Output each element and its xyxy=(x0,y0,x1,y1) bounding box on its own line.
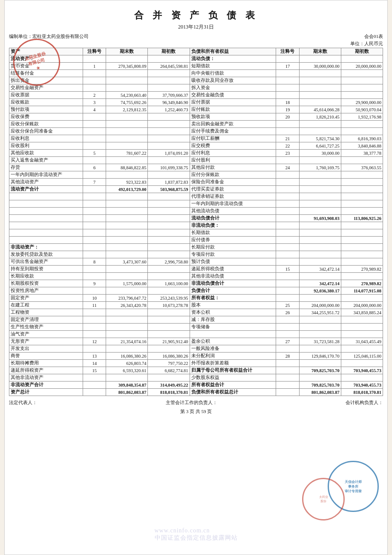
table-row: 可供出售金融资产83,473,307.602,996,758.80预计负债 xyxy=(9,258,383,266)
liab-label: 所有者权益： xyxy=(190,295,276,302)
asset-label: 固定资产 xyxy=(9,295,83,302)
liab-end-amount xyxy=(299,251,341,258)
asset-end-amount xyxy=(106,374,148,382)
red-stamp-bottom-text: 太药业股份 xyxy=(319,495,328,503)
asset-begin-amount: 2,996,758.80 xyxy=(148,258,190,266)
liab-end-amount xyxy=(299,84,341,92)
asset-label xyxy=(9,200,83,208)
table-row: 商誉1316,086,380.2616,086,380.26未分配利润28129… xyxy=(9,353,383,360)
liab-label: 减：库存股 xyxy=(190,316,276,324)
liab-begin-amount: 270,989.82 xyxy=(341,266,383,273)
table-row: 应收票据254,230,663.4037,709,666.37交易性金融负债 xyxy=(9,92,383,99)
table-row: 其他应收款5781,607.221,074,091.20应付利息2330,000… xyxy=(9,150,383,157)
asset-end-amount xyxy=(106,251,148,258)
liab-note xyxy=(276,374,299,382)
liab-begin-amount: 31,043,455.49 xyxy=(341,338,383,345)
asset-label: 开发支出 xyxy=(9,345,83,353)
asset-end-amount: 6,593,320.61 xyxy=(106,367,148,374)
liab-end-amount xyxy=(299,258,341,266)
asset-begin-amount xyxy=(148,55,190,63)
liab-note xyxy=(276,295,299,302)
asset-begin-amount: 1,663,100.00 xyxy=(148,280,190,287)
liab-begin-amount: 376,063.55 xyxy=(341,164,383,171)
liab-note xyxy=(276,258,299,266)
asset-note xyxy=(83,128,106,135)
liab-note xyxy=(276,360,299,367)
liab-note xyxy=(276,229,299,237)
liab-end-amount xyxy=(299,237,341,244)
liab-end-amount xyxy=(299,229,341,237)
asset-end-amount: 88,846,822.85 xyxy=(106,164,148,171)
asset-begin-amount xyxy=(148,77,190,84)
liab-end-amount xyxy=(299,316,341,324)
liab-end-amount: 31,723,581.28 xyxy=(299,338,341,345)
asset-begin-amount: 818,018,370.81 xyxy=(148,389,190,396)
table-row: 发放委托贷款及垫款专项应付款 xyxy=(9,251,383,258)
asset-note: 9 xyxy=(83,280,106,287)
liab-note xyxy=(276,186,299,193)
asset-label: 应收账款 xyxy=(9,99,83,106)
table-row: 应收分保账款卖出回购金融资产款 xyxy=(9,121,383,128)
liab-end-amount: 129,846,170.70 xyxy=(299,353,341,360)
liab-end-amount xyxy=(299,295,341,302)
liab-note: 19 xyxy=(276,106,299,113)
liab-end-amount xyxy=(299,99,341,106)
liab-label: 少数股东权益 xyxy=(190,374,276,382)
asset-end-amount xyxy=(106,135,148,142)
table-row: 应收股利应交税费226,641,727.253,840,846.88 xyxy=(9,142,383,150)
liab-note: 21 xyxy=(276,135,299,142)
page-number: 第 3 页 共 59 页 xyxy=(9,408,383,415)
asset-begin-amount xyxy=(148,345,190,353)
liab-begin-amount: 38,377.78 xyxy=(341,150,383,157)
table-row: 一年内到期的非流动资产应付分保账款 xyxy=(9,171,383,179)
asset-begin-amount: 264,045,598.81 xyxy=(148,63,190,70)
liab-begin-amount: 3,840,846.88 xyxy=(341,142,383,150)
table-row: 投资性房地产负债合计92,036,380.17114,077,915.08 xyxy=(9,287,383,295)
asset-begin-amount xyxy=(148,273,190,280)
asset-end-amount: 781,607.22 xyxy=(106,150,148,157)
liab-label: 代理承销证券款 xyxy=(190,193,276,200)
table-row: 油气资产 xyxy=(9,331,383,338)
liab-end-amount xyxy=(299,186,341,193)
asset-note xyxy=(83,215,106,222)
liab-note xyxy=(276,92,299,99)
asset-end-amount: 1,575,000.00 xyxy=(106,280,148,287)
liab-begin-amount xyxy=(341,258,383,266)
asset-begin-amount: 16,086,380.26 xyxy=(148,353,190,360)
asset-end-amount: 26,343,420.78 xyxy=(106,302,148,309)
asset-end-amount xyxy=(106,113,148,121)
liab-begin-amount xyxy=(341,251,383,258)
liab-begin-amount: 818,018,370.81 xyxy=(341,389,383,396)
liab-label: 预收款项 xyxy=(190,113,276,121)
asset-label: 资产总计 xyxy=(9,389,83,396)
table-row: 应收分保合同准备金应付手续费及佣金 xyxy=(9,128,383,135)
asset-note xyxy=(83,331,106,338)
asset-label: 预付款项 xyxy=(9,106,83,113)
liab-end-amount: 709,825,703.70 xyxy=(299,382,341,389)
liab-end-amount xyxy=(299,244,341,251)
asset-begin-amount xyxy=(148,331,190,338)
table-row: 一年内到期的非流动负债 xyxy=(9,200,383,208)
asset-note xyxy=(83,251,106,258)
asset-begin-amount xyxy=(148,121,190,128)
liab-note xyxy=(276,316,299,324)
asset-note: 6 xyxy=(83,164,106,171)
asset-label: 长期待摊费用 xyxy=(9,360,83,367)
liab-begin-amount xyxy=(341,331,383,338)
asset-end-amount xyxy=(106,222,148,229)
liab-note: 17 xyxy=(276,63,299,70)
table-row: 预付款项42,129,812.351,252,460.73应付账款1945,61… xyxy=(9,106,383,113)
table-row: 非流动资产：长期应付款 xyxy=(9,244,383,251)
asset-begin-amount xyxy=(148,324,190,331)
liab-label: 流动负债： xyxy=(190,55,276,63)
liab-note xyxy=(276,128,299,135)
asset-label: 长期应收款 xyxy=(9,273,83,280)
liab-begin-amount xyxy=(341,360,383,367)
page-subtitle: 2013年12月31日 xyxy=(9,23,383,31)
liab-note: 18 xyxy=(276,99,299,106)
liab-begin-amount xyxy=(341,237,383,244)
asset-note xyxy=(83,142,106,150)
asset-note xyxy=(83,193,106,200)
liab-begin-amount: 125,046,115.00 xyxy=(341,353,383,360)
asset-end-amount xyxy=(106,121,148,128)
